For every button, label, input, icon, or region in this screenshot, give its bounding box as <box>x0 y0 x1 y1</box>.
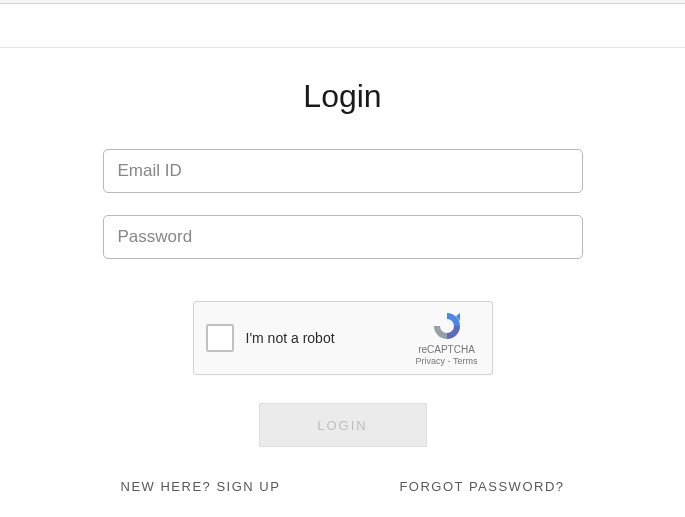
password-field[interactable] <box>103 215 583 259</box>
forgot-password-link[interactable]: FORGOT PASSWORD? <box>399 479 564 494</box>
bottom-links-row: NEW HERE? SIGN UP FORGOT PASSWORD? <box>103 479 583 494</box>
login-form-container: Login I'm not a robot reCAPTCHA Privacy <box>0 48 685 494</box>
email-field[interactable] <box>103 149 583 193</box>
recaptcha-terms-link[interactable]: Terms <box>453 356 478 366</box>
recaptcha-checkbox[interactable] <box>206 324 234 352</box>
recaptcha-label: I'm not a robot <box>246 330 414 346</box>
recaptcha-brand-text: reCAPTCHA <box>418 344 475 355</box>
login-button[interactable]: LOGIN <box>259 403 427 447</box>
recaptcha-legal-links: Privacy - Terms <box>416 356 478 366</box>
recaptcha-container: I'm not a robot reCAPTCHA Privacy - Term… <box>193 301 493 375</box>
recaptcha-widget: I'm not a robot reCAPTCHA Privacy - Term… <box>193 301 493 375</box>
page-title: Login <box>303 78 381 115</box>
recaptcha-branding: reCAPTCHA Privacy - Terms <box>414 310 480 366</box>
recaptcha-icon <box>431 310 463 342</box>
recaptcha-privacy-link[interactable]: Privacy <box>416 356 446 366</box>
header-bar <box>0 4 685 48</box>
signup-link[interactable]: NEW HERE? SIGN UP <box>121 479 281 494</box>
